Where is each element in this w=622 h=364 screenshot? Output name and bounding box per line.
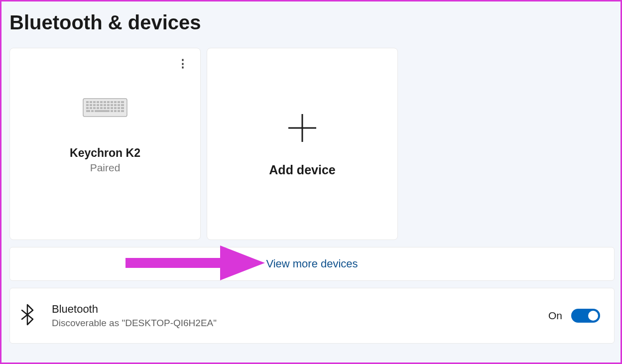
svg-rect-40 xyxy=(121,110,124,112)
view-more-link-text: View more devices xyxy=(266,257,358,270)
bluetooth-toggle-label: On xyxy=(548,310,562,322)
bluetooth-icon xyxy=(19,304,36,328)
svg-rect-24 xyxy=(90,107,92,109)
svg-rect-16 xyxy=(100,104,103,106)
svg-rect-27 xyxy=(100,107,103,109)
svg-rect-5 xyxy=(100,101,103,103)
bluetooth-text-group: Bluetooth Discoverable as "DESKTOP-QI6H2… xyxy=(52,303,548,329)
device-status: Paired xyxy=(90,162,121,174)
bluetooth-title: Bluetooth xyxy=(52,303,548,316)
svg-rect-25 xyxy=(93,107,96,109)
svg-rect-22 xyxy=(121,104,124,106)
svg-rect-36 xyxy=(95,110,110,112)
svg-rect-8 xyxy=(111,101,113,103)
svg-rect-4 xyxy=(97,101,99,103)
device-more-menu[interactable]: ⋮ xyxy=(177,57,188,70)
svg-rect-3 xyxy=(93,101,96,103)
svg-rect-10 xyxy=(118,101,120,103)
svg-rect-14 xyxy=(93,104,96,106)
svg-rect-29 xyxy=(107,107,110,109)
svg-rect-15 xyxy=(97,104,99,106)
svg-rect-30 xyxy=(111,107,113,109)
bluetooth-toggle-row: Bluetooth Discoverable as "DESKTOP-QI6H2… xyxy=(9,288,615,344)
svg-rect-43 xyxy=(125,258,225,268)
svg-rect-35 xyxy=(91,110,94,112)
view-more-devices-button[interactable]: View more devices xyxy=(9,247,615,281)
add-device-card[interactable]: Add device xyxy=(207,48,398,240)
svg-rect-34 xyxy=(86,110,90,112)
svg-rect-13 xyxy=(90,104,92,106)
svg-rect-32 xyxy=(118,107,120,109)
bluetooth-toggle-section: On xyxy=(548,309,600,323)
svg-rect-17 xyxy=(104,104,106,106)
svg-rect-11 xyxy=(121,101,124,103)
svg-rect-26 xyxy=(97,107,99,109)
svg-rect-28 xyxy=(104,107,106,109)
svg-rect-2 xyxy=(90,101,92,103)
svg-rect-9 xyxy=(114,101,117,103)
svg-rect-19 xyxy=(111,104,113,106)
bluetooth-toggle[interactable] xyxy=(571,309,600,323)
plus-icon xyxy=(285,111,319,147)
svg-rect-6 xyxy=(104,101,106,103)
device-card-keychron[interactable]: ⋮ xyxy=(9,48,201,240)
bluetooth-subtitle: Discoverable as "DESKTOP-QI6H2EA" xyxy=(52,318,548,329)
svg-rect-37 xyxy=(111,110,113,112)
svg-rect-33 xyxy=(121,107,124,109)
devices-row: ⋮ xyxy=(9,48,615,240)
keyboard-icon xyxy=(83,98,127,119)
svg-rect-18 xyxy=(107,104,110,106)
svg-rect-20 xyxy=(114,104,117,106)
svg-rect-21 xyxy=(118,104,120,106)
svg-rect-1 xyxy=(86,101,89,103)
svg-marker-44 xyxy=(220,245,265,280)
svg-rect-39 xyxy=(118,110,120,112)
page-title: Bluetooth & devices xyxy=(9,11,615,34)
svg-rect-7 xyxy=(107,101,110,103)
add-device-label: Add device xyxy=(269,163,335,177)
svg-rect-12 xyxy=(86,104,89,106)
svg-rect-23 xyxy=(86,107,89,109)
svg-rect-38 xyxy=(114,110,117,112)
device-name: Keychron K2 xyxy=(70,146,140,160)
annotation-arrow xyxy=(125,241,265,287)
toggle-knob xyxy=(588,311,598,321)
svg-rect-31 xyxy=(114,107,117,109)
